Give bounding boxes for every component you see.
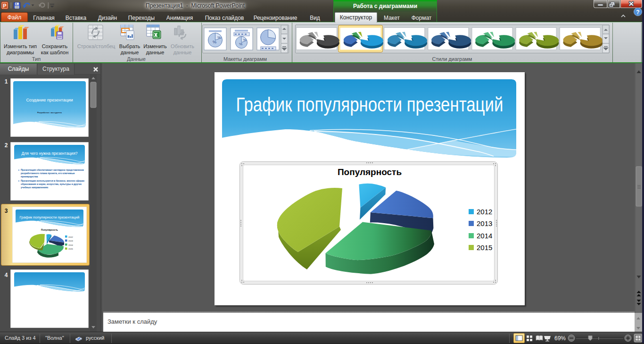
svg-text:Популярность: Популярность — [41, 228, 58, 231]
svg-text:разработанного плана проекта,: разработанного плана проекта, его ключев… — [21, 172, 75, 175]
svg-text:Создание презентации: Создание презентации — [26, 98, 73, 102]
svg-text:%: % — [217, 35, 221, 40]
svg-text:P: P — [3, 3, 6, 8]
svg-text:2013: 2013 — [68, 240, 73, 242]
svg-text:2012: 2012 — [68, 236, 73, 238]
svg-text:2013: 2013 — [477, 219, 492, 227]
svg-text:%: % — [243, 38, 246, 42]
svg-text:?: ? — [636, 9, 639, 16]
svg-text:График популярности презентаци: График популярности презентаций — [20, 215, 80, 219]
svg-text:Разработал: застудента: Разработал: застудента — [37, 111, 62, 114]
svg-text:2015: 2015 — [68, 248, 73, 250]
svg-text:преимущества: преимущества — [21, 175, 38, 178]
svg-text:Презентация обеспечивает нагля: Презентация обеспечивает наглядное предс… — [21, 168, 84, 171]
svg-text:Презентации используются в биз: Презентации используются в бизнесе, мног… — [21, 179, 84, 182]
svg-text:%: % — [239, 42, 242, 46]
svg-text:2015: 2015 — [477, 243, 492, 252]
svg-text:Популярность: Популярность — [338, 167, 402, 177]
svg-text:2012: 2012 — [477, 208, 492, 216]
svg-text:Для чего нужна презентация?: Для чего нужна презентация? — [21, 151, 77, 156]
svg-text:%: % — [213, 40, 216, 44]
svg-text:учебных направлениях: учебных направлениях — [21, 186, 49, 189]
svg-text:2014: 2014 — [68, 244, 73, 246]
svg-text:образования и науки, искусства: образования и науки, искусства, культуры… — [21, 183, 82, 185]
svg-text:2014: 2014 — [477, 232, 492, 240]
svg-text:График популярности презентаци: График популярности презентаций — [236, 93, 504, 116]
svg-text:69%: 69% — [554, 335, 566, 342]
